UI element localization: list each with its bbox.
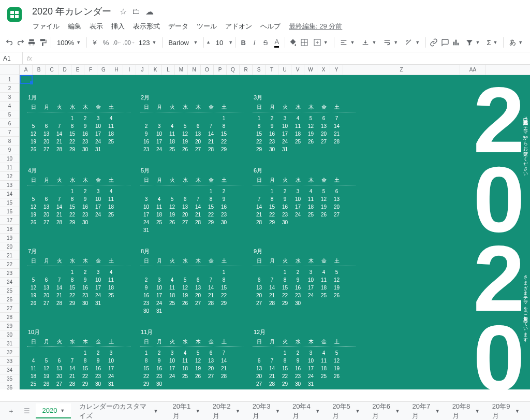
row-header[interactable]: 27 (0, 304, 19, 313)
bold-button[interactable]: B (238, 35, 249, 50)
col-header[interactable]: E (71, 65, 84, 75)
row-header[interactable]: 22 (0, 260, 19, 269)
row-header[interactable]: 6 (0, 119, 19, 128)
row-header[interactable]: 13 (0, 181, 19, 190)
row-header[interactable]: 24 (0, 278, 19, 286)
select-all-corner[interactable] (0, 65, 19, 75)
col-header[interactable]: K (149, 65, 162, 75)
fill-color-button[interactable] (288, 35, 299, 50)
sheet-tab[interactable]: 20年2月▼ (207, 399, 246, 421)
col-header[interactable]: L (162, 65, 175, 75)
col-header[interactable]: A (20, 65, 33, 75)
row-header[interactable]: 2 (0, 84, 19, 93)
menu-view[interactable]: 表示 (86, 20, 107, 33)
menu-help[interactable]: ヘルプ (257, 20, 284, 33)
sheet-tab[interactable]: 20年4月▼ (286, 399, 326, 421)
input-method-button[interactable]: あ▼ (506, 35, 526, 50)
chart-button[interactable] (451, 35, 462, 50)
col-header[interactable]: W (304, 65, 317, 75)
sheet-tab-customize[interactable]: カレンダーのカスタマイズ▼ (73, 399, 164, 421)
menu-tools[interactable]: ツール (193, 20, 220, 33)
row-header[interactable]: 29 (0, 322, 19, 330)
sheet-tab[interactable]: 20年1月▼ (167, 399, 207, 421)
col-header[interactable]: H (110, 65, 123, 75)
row-header[interactable]: 1 (0, 75, 19, 84)
menu-data[interactable]: データ (165, 20, 192, 33)
row-header[interactable]: 10 (0, 154, 19, 163)
row-header[interactable]: 25 (0, 286, 19, 295)
sheet-tab[interactable]: 20年5月▼ (326, 399, 366, 421)
col-header[interactable]: G (97, 65, 110, 75)
comment-button[interactable] (439, 35, 450, 50)
functions-button[interactable]: Σ▼ (483, 35, 500, 50)
redo-button[interactable] (16, 35, 26, 50)
move-icon[interactable]: 🗀 (132, 7, 140, 16)
col-header[interactable]: V (291, 65, 304, 75)
row-header[interactable]: 15 (0, 198, 19, 207)
col-header[interactable]: T (266, 65, 278, 75)
app-logo[interactable] (4, 4, 25, 25)
row-header[interactable]: 21 (0, 251, 19, 260)
sheet-tab[interactable]: 20年6月▼ (366, 399, 406, 421)
text-color-button[interactable]: A (271, 35, 282, 50)
currency-button[interactable]: ¥ (90, 35, 100, 50)
undo-button[interactable] (4, 35, 15, 50)
menu-addons[interactable]: アドオン (222, 20, 256, 33)
doc-title[interactable]: 2020 年カレンダー (29, 4, 114, 19)
col-header[interactable]: I (123, 65, 136, 75)
font-select[interactable]: Barlow▼ (165, 35, 201, 50)
star-icon[interactable]: ☆ (120, 7, 127, 17)
menu-edit[interactable]: 編集 (64, 20, 85, 33)
font-size-select[interactable]: ▼10▼ (207, 35, 232, 50)
col-header[interactable]: M (175, 65, 188, 75)
col-header[interactable]: P (214, 65, 227, 75)
row-header[interactable]: 32 (0, 348, 19, 357)
row-header[interactable]: 28 (0, 313, 19, 322)
sheet-tab[interactable]: 20年8月▼ (446, 399, 486, 421)
rotate-button[interactable]: ▼ (402, 35, 423, 50)
sheet-tab[interactable]: 20年7月▼ (406, 399, 446, 421)
col-header[interactable]: U (278, 65, 291, 75)
col-header[interactable]: Z (343, 65, 460, 75)
row-header[interactable]: 16 (0, 207, 19, 216)
percent-button[interactable]: % (100, 35, 111, 50)
row-header[interactable]: 4 (0, 102, 19, 110)
row-header[interactable]: 18 (0, 225, 19, 234)
italic-button[interactable]: I (249, 35, 260, 50)
col-header[interactable]: F (84, 65, 97, 75)
all-sheets-button[interactable]: ☰ (20, 403, 34, 419)
col-header[interactable]: R (240, 65, 253, 75)
add-sheet-button[interactable]: ＋ (4, 403, 18, 419)
row-header[interactable]: 31 (0, 339, 19, 348)
row-header[interactable]: 3 (0, 93, 19, 102)
row-header[interactable]: 14 (0, 190, 19, 198)
wrap-button[interactable]: ▼ (380, 35, 401, 50)
dec-increase-button[interactable]: .00→ (123, 35, 135, 50)
col-header[interactable]: Y (330, 65, 343, 75)
col-header[interactable]: O (201, 65, 214, 75)
sheet-tab[interactable]: 20年9月▼ (486, 399, 526, 421)
v-align-button[interactable]: ▼ (358, 35, 379, 50)
sheet-tab[interactable]: 20年3月▼ (246, 399, 286, 421)
name-box[interactable]: A1 (0, 52, 23, 64)
row-header[interactable]: 36 (0, 383, 19, 389)
dec-decrease-button[interactable]: .0← (112, 35, 123, 50)
row-header[interactable]: 7 (0, 128, 19, 137)
paint-format-button[interactable] (38, 35, 49, 50)
row-header[interactable]: 34 (0, 366, 19, 374)
row-header[interactable]: 30 (0, 330, 19, 339)
cloud-icon[interactable]: ☁ (145, 7, 154, 17)
col-header[interactable]: N (188, 65, 201, 75)
print-button[interactable] (26, 35, 37, 50)
col-header[interactable]: X (317, 65, 330, 75)
col-header[interactable]: Q (227, 65, 240, 75)
row-header[interactable]: 12 (0, 172, 19, 181)
col-header[interactable]: C (46, 65, 58, 75)
row-header[interactable]: 20 (0, 242, 19, 251)
cell-grid[interactable]: 1月日月火水木金土1234567891011121314151617181920… (20, 75, 530, 389)
filter-button[interactable]: ▼ (462, 35, 483, 50)
row-header[interactable]: 17 (0, 216, 19, 225)
col-header[interactable]: S (253, 65, 266, 75)
zoom-select[interactable]: 100%▼ (54, 35, 84, 50)
menu-format[interactable]: 表示形式 (129, 20, 164, 33)
